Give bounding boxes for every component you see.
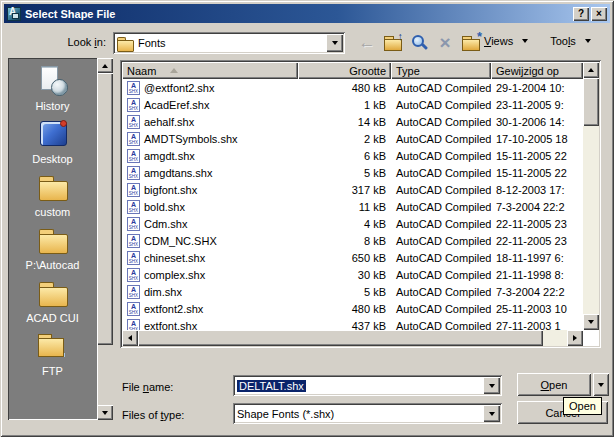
shx-file-icon: A SHX	[127, 234, 140, 248]
table-row[interactable]: A SHX amgdt.shx 6 kB AutoCAD Compiled ..…	[122, 147, 583, 164]
table-row[interactable]: A SHX amgdtans.shx 5 kB AutoCAD Compiled…	[122, 164, 583, 181]
svg-text:SHX: SHX	[129, 123, 138, 128]
svg-text:A: A	[131, 268, 136, 275]
svg-text:A: A	[131, 200, 136, 207]
file-modified-cell: 29-1-2004 10:	[491, 82, 570, 94]
files-of-type-value: Shape Fonts (*.shx)	[237, 408, 334, 420]
file-name-input[interactable]: DELTALT.shx	[237, 380, 306, 392]
file-name-dropdown-button[interactable]	[483, 377, 500, 394]
svg-text:SHX: SHX	[129, 89, 138, 94]
look-in-label: Look in:	[40, 36, 106, 48]
file-name-cell: extfont2.shx	[144, 303, 203, 315]
scrollbar-thumb[interactable]	[97, 73, 113, 345]
column-header-type[interactable]: Type	[391, 62, 491, 79]
svg-text:SHX: SHX	[129, 174, 138, 179]
table-row[interactable]: A SHX bold.shx 11 kB AutoCAD Compiled ..…	[122, 198, 583, 215]
files-of-type-dropdown-button[interactable]	[483, 405, 500, 422]
file-type-cell: AutoCAD Compiled ...	[391, 303, 491, 315]
delete-icon[interactable]: ×	[434, 32, 456, 52]
folder-icon	[36, 225, 70, 255]
file-modified-cell: 7-3-2004 22:2	[491, 201, 570, 213]
help-button[interactable]: ?	[573, 7, 589, 21]
scroll-up-button[interactable]	[583, 62, 599, 78]
views-menu-button[interactable]: Views	[478, 32, 534, 50]
up-one-level-icon[interactable]: ↑	[382, 32, 404, 52]
file-modified-cell: 22-11-2005 23	[491, 218, 572, 230]
sidebar-item[interactable]: P:\Autocad	[8, 225, 97, 271]
file-type-cell: AutoCAD Compiled ...	[391, 286, 491, 298]
file-name-cell: AMDTSymbols.shx	[144, 133, 238, 145]
look-in-dropdown-button[interactable]	[326, 34, 343, 52]
places-bar-items: History Desktop custom P:\Autocad ACAD C…	[8, 58, 97, 420]
scrollbar-thumb[interactable]	[138, 330, 543, 346]
history-icon	[36, 66, 70, 96]
select-shape-file-dialog: Select Shape File ? × Look in: Fonts ← ↑…	[0, 0, 614, 437]
file-type-cell: AutoCAD Compiled ...	[391, 116, 491, 128]
table-row[interactable]: A SHX bigfont.shx 317 kB AutoCAD Compile…	[122, 181, 583, 198]
file-size-cell: 14 kB	[298, 116, 391, 128]
file-name-cell: bigfont.shx	[144, 184, 197, 196]
files-of-type-combobox[interactable]: Shape Fonts (*.shx)	[233, 403, 502, 424]
file-name-cell: AcadEref.shx	[144, 99, 209, 111]
title-bar[interactable]: Select Shape File ? ×	[4, 4, 610, 23]
sort-ascending-icon	[170, 68, 178, 73]
scrollbar-thumb[interactable]	[583, 78, 599, 126]
folder-icon	[36, 172, 70, 202]
scroll-right-button[interactable]	[567, 330, 583, 346]
table-row[interactable]: A SHX complex.shx 30 kB AutoCAD Compiled…	[122, 266, 583, 283]
close-button[interactable]: ×	[591, 7, 607, 21]
table-row[interactable]: A SHX Cdm.shx 4 kB AutoCAD Compiled ... …	[122, 215, 583, 232]
file-name-label: File name:	[122, 381, 173, 393]
svg-text:SHX: SHX	[129, 293, 138, 298]
file-modified-cell: 21-11-1998 8:	[491, 269, 569, 281]
file-type-cell: AutoCAD Compiled ...	[391, 99, 491, 111]
column-header-name[interactable]: Naam	[122, 62, 298, 79]
chevron-down-icon	[522, 39, 528, 43]
scroll-up-button[interactable]	[97, 58, 113, 73]
shx-file-icon: A SHX	[127, 183, 140, 197]
file-name-cell: CDM_NC.SHX	[144, 235, 217, 247]
table-row[interactable]: A SHX AcadEref.shx 1 kB AutoCAD Compiled…	[122, 96, 583, 113]
svg-text:SHX: SHX	[129, 208, 138, 213]
table-row[interactable]: A SHX CDM_NC.SHX 8 kB AutoCAD Compiled .…	[122, 232, 583, 249]
scroll-left-button[interactable]	[122, 330, 138, 346]
file-type-cell: AutoCAD Compiled ...	[391, 150, 491, 162]
file-name-combobox[interactable]: DELTALT.shx	[233, 375, 502, 396]
back-icon[interactable]: ←	[356, 32, 378, 52]
file-size-cell: 317 kB	[298, 184, 391, 196]
sidebar-item[interactable]: FTP	[8, 331, 97, 377]
table-row[interactable]: A SHX AMDTSymbols.shx 2 kB AutoCAD Compi…	[122, 130, 583, 147]
table-row[interactable]: A SHX aehalf.shx 14 kB AutoCAD Compiled …	[122, 113, 583, 130]
open-dropdown-button[interactable]	[593, 373, 609, 396]
sidebar-item[interactable]: Desktop	[8, 119, 97, 165]
sidebar-item[interactable]: custom	[8, 172, 97, 218]
file-list-vertical-scrollbar[interactable]	[583, 62, 599, 330]
shx-file-icon: A SHX	[127, 319, 140, 331]
open-button[interactable]: Open	[517, 373, 591, 396]
table-row[interactable]: A SHX extfont.shx 437 kB AutoCAD Compile…	[122, 317, 583, 330]
places-bar: History Desktop custom P:\Autocad ACAD C…	[8, 58, 113, 420]
file-list-horizontal-scrollbar[interactable]	[122, 330, 583, 346]
column-header-size[interactable]: Grootte	[298, 62, 391, 79]
sidebar-item[interactable]: ACAD CUI	[8, 278, 97, 324]
table-row[interactable]: A SHX chineset.shx 650 kB AutoCAD Compil…	[122, 249, 583, 266]
scroll-down-button[interactable]	[583, 314, 599, 330]
places-scrollbar[interactable]	[97, 58, 113, 420]
scroll-down-button[interactable]	[97, 405, 113, 420]
look-in-combobox[interactable]: Fonts	[113, 32, 345, 54]
file-modified-cell: 8-12-2003 17:	[491, 184, 570, 196]
file-name-cell: chineset.shx	[144, 252, 205, 264]
search-icon[interactable]	[408, 32, 430, 52]
tools-menu-button[interactable]: Tools	[544, 32, 597, 50]
sidebar-item[interactable]: History	[8, 66, 97, 112]
file-size-cell: 437 kB	[298, 320, 391, 331]
file-name-cell: Cdm.shx	[144, 218, 187, 230]
shx-file-icon: A SHX	[127, 285, 140, 299]
table-row[interactable]: A SHX dim.shx 5 kB AutoCAD Compiled ... …	[122, 283, 583, 300]
file-size-cell: 480 kB	[298, 303, 391, 315]
table-row[interactable]: A SHX @extfont2.shx 480 kB AutoCAD Compi…	[122, 79, 583, 96]
table-row[interactable]: A SHX extfont2.shx 480 kB AutoCAD Compil…	[122, 300, 583, 317]
shx-file-icon: A SHX	[127, 302, 140, 316]
shx-file-icon: A SHX	[127, 115, 140, 129]
column-header-modified[interactable]: Gewijzigd op	[491, 62, 583, 79]
